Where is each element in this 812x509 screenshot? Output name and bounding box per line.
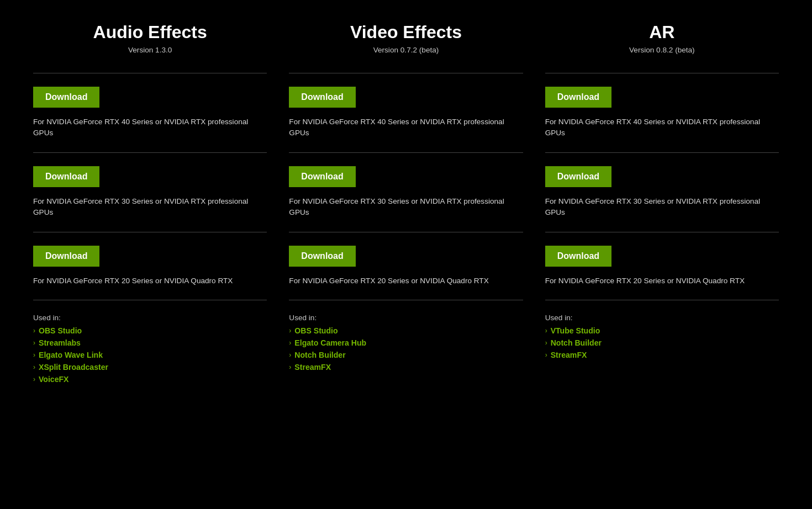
used-in-link-ar-1[interactable]: Notch Builder <box>551 338 602 347</box>
download-section-audio-effects-2: DownloadFor NVIDIA GeForce RTX 20 Series… <box>33 240 267 292</box>
chevron-right-icon: › <box>289 363 291 371</box>
download-button-video-effects-2[interactable]: Download <box>289 246 355 267</box>
chevron-right-icon: › <box>33 375 35 383</box>
download-section-audio-effects-0: DownloadFor NVIDIA GeForce RTX 40 Series… <box>33 81 267 145</box>
used-in-list-audio-effects: ›OBS Studio›Streamlabs›Elgato Wave Link›… <box>33 326 267 384</box>
used-in-section-video-effects: Used in:›OBS Studio›Elgato Camera Hub›No… <box>289 308 523 372</box>
chevron-right-icon: › <box>545 327 547 335</box>
column-video-effects: Video EffectsVersion 0.7.2 (beta)Downloa… <box>289 22 523 387</box>
list-item: ›Elgato Camera Hub <box>289 338 523 347</box>
used-in-link-audio-effects-3[interactable]: XSplit Broadcaster <box>39 363 108 372</box>
list-item: ›StreamFX <box>289 363 523 372</box>
list-item: ›StreamFX <box>545 351 779 359</box>
download-section-video-effects-0: DownloadFor NVIDIA GeForce RTX 40 Series… <box>289 81 523 145</box>
gpu-description-audio-effects-2: For NVIDIA GeForce RTX 20 Series or NVID… <box>33 275 267 287</box>
divider <box>545 300 779 300</box>
download-section-ar-0: DownloadFor NVIDIA GeForce RTX 40 Series… <box>545 81 779 145</box>
list-item: ›VTube Studio <box>545 326 779 335</box>
used-in-section-audio-effects: Used in:›OBS Studio›Streamlabs›Elgato Wa… <box>33 308 267 384</box>
col-version-ar: Version 0.8.2 (beta) <box>545 46 779 54</box>
divider <box>289 232 523 232</box>
divider <box>33 300 267 300</box>
gpu-description-ar-0: For NVIDIA GeForce RTX 40 Series or NVID… <box>545 116 779 139</box>
download-button-ar-2[interactable]: Download <box>545 246 611 267</box>
download-button-audio-effects-1[interactable]: Download <box>33 166 99 187</box>
used-in-link-audio-effects-0[interactable]: OBS Studio <box>39 326 82 335</box>
list-item: ›VoiceFX <box>33 375 267 384</box>
col-version-video-effects: Version 0.7.2 (beta) <box>289 46 523 54</box>
chevron-right-icon: › <box>33 339 35 347</box>
chevron-right-icon: › <box>289 351 291 359</box>
download-section-video-effects-1: DownloadFor NVIDIA GeForce RTX 30 Series… <box>289 161 523 224</box>
used-in-link-video-effects-1[interactable]: Elgato Camera Hub <box>294 338 366 347</box>
used-in-link-audio-effects-1[interactable]: Streamlabs <box>39 338 81 347</box>
chevron-right-icon: › <box>33 327 35 335</box>
used-in-link-audio-effects-4[interactable]: VoiceFX <box>39 375 69 384</box>
download-button-video-effects-0[interactable]: Download <box>289 87 355 108</box>
column-audio-effects: Audio EffectsVersion 1.3.0DownloadFor NV… <box>33 22 267 387</box>
download-button-audio-effects-0[interactable]: Download <box>33 87 99 108</box>
used-in-list-ar: ›VTube Studio›Notch Builder›StreamFX <box>545 326 779 359</box>
divider <box>33 152 267 153</box>
chevron-right-icon: › <box>33 363 35 371</box>
main-grid: Audio EffectsVersion 1.3.0DownloadFor NV… <box>33 22 779 387</box>
col-version-audio-effects: Version 1.3.0 <box>33 46 267 54</box>
gpu-description-ar-1: For NVIDIA GeForce RTX 30 Series or NVID… <box>545 196 779 219</box>
chevron-right-icon: › <box>545 339 547 347</box>
col-title-ar: AR <box>545 22 779 43</box>
gpu-description-video-effects-2: For NVIDIA GeForce RTX 20 Series or NVID… <box>289 275 523 287</box>
list-item: ›Elgato Wave Link <box>33 351 267 359</box>
list-item: ›OBS Studio <box>289 326 523 335</box>
used-in-link-video-effects-2[interactable]: Notch Builder <box>294 351 345 359</box>
divider <box>289 152 523 153</box>
gpu-description-audio-effects-1: For NVIDIA GeForce RTX 30 Series or NVID… <box>33 196 267 219</box>
used-in-label-audio-effects: Used in: <box>33 314 267 322</box>
gpu-description-video-effects-1: For NVIDIA GeForce RTX 30 Series or NVID… <box>289 196 523 219</box>
divider <box>545 152 779 153</box>
list-item: ›Notch Builder <box>289 351 523 359</box>
divider <box>289 73 523 73</box>
download-section-video-effects-2: DownloadFor NVIDIA GeForce RTX 20 Series… <box>289 240 523 292</box>
column-ar: ARVersion 0.8.2 (beta)DownloadFor NVIDIA… <box>545 22 779 387</box>
chevron-right-icon: › <box>289 339 291 347</box>
divider <box>289 300 523 300</box>
divider <box>545 73 779 73</box>
col-title-audio-effects: Audio Effects <box>33 22 267 43</box>
used-in-link-ar-2[interactable]: StreamFX <box>551 351 587 359</box>
download-button-ar-0[interactable]: Download <box>545 87 611 108</box>
download-button-ar-1[interactable]: Download <box>545 166 611 187</box>
download-button-audio-effects-2[interactable]: Download <box>33 246 99 267</box>
used-in-link-ar-0[interactable]: VTube Studio <box>551 326 600 335</box>
list-item: ›Streamlabs <box>33 338 267 347</box>
used-in-link-audio-effects-2[interactable]: Elgato Wave Link <box>39 351 103 359</box>
used-in-link-video-effects-3[interactable]: StreamFX <box>294 363 331 372</box>
col-title-video-effects: Video Effects <box>289 22 523 43</box>
download-section-ar-1: DownloadFor NVIDIA GeForce RTX 30 Series… <box>545 161 779 224</box>
gpu-description-audio-effects-0: For NVIDIA GeForce RTX 40 Series or NVID… <box>33 116 267 139</box>
divider <box>545 232 779 232</box>
gpu-description-ar-2: For NVIDIA GeForce RTX 20 Series or NVID… <box>545 275 779 287</box>
used-in-link-video-effects-0[interactable]: OBS Studio <box>294 326 338 335</box>
col-header-audio-effects: Audio EffectsVersion 1.3.0 <box>33 22 267 65</box>
used-in-section-ar: Used in:›VTube Studio›Notch Builder›Stre… <box>545 308 779 359</box>
list-item: ›XSplit Broadcaster <box>33 363 267 372</box>
divider <box>33 73 267 73</box>
chevron-right-icon: › <box>545 351 547 359</box>
col-header-ar: ARVersion 0.8.2 (beta) <box>545 22 779 65</box>
list-item: ›Notch Builder <box>545 338 779 347</box>
divider <box>33 232 267 232</box>
download-button-video-effects-1[interactable]: Download <box>289 166 355 187</box>
used-in-label-ar: Used in: <box>545 314 779 322</box>
chevron-right-icon: › <box>289 327 291 335</box>
col-header-video-effects: Video EffectsVersion 0.7.2 (beta) <box>289 22 523 65</box>
list-item: ›OBS Studio <box>33 326 267 335</box>
used-in-label-video-effects: Used in: <box>289 314 523 322</box>
used-in-list-video-effects: ›OBS Studio›Elgato Camera Hub›Notch Buil… <box>289 326 523 372</box>
gpu-description-video-effects-0: For NVIDIA GeForce RTX 40 Series or NVID… <box>289 116 523 139</box>
download-section-audio-effects-1: DownloadFor NVIDIA GeForce RTX 30 Series… <box>33 161 267 224</box>
download-section-ar-2: DownloadFor NVIDIA GeForce RTX 20 Series… <box>545 240 779 292</box>
chevron-right-icon: › <box>33 351 35 359</box>
